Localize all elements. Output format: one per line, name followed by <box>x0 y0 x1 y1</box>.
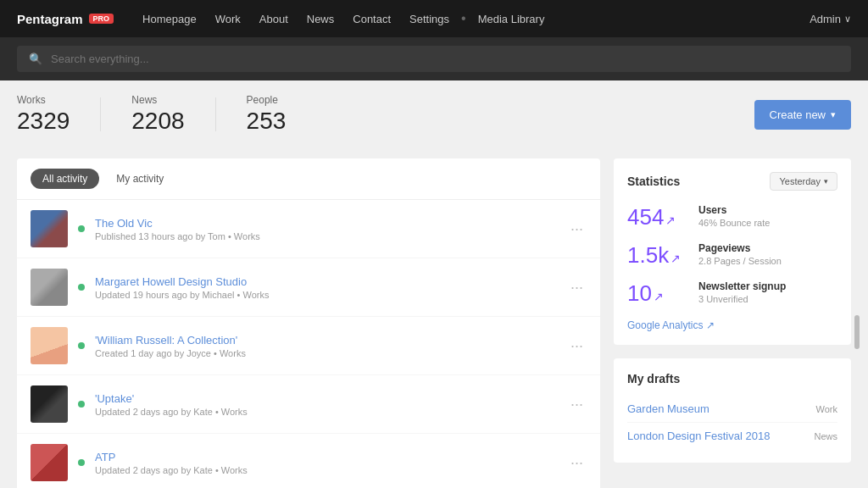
metric-pageviews-label: Pageviews <box>698 242 782 254</box>
search-icon: 🔍 <box>29 53 42 65</box>
activity-dot <box>78 342 85 349</box>
stats-area: Works 2329 News 2208 People 253 Create n… <box>0 80 868 145</box>
analytics-link[interactable]: Google Analytics ↗ <box>627 319 715 331</box>
activity-meta: Updated 19 hours ago by Michael • Works <box>95 290 557 300</box>
draft-name-2[interactable]: London Design Festival 2018 <box>627 430 770 442</box>
statistics-title: Statistics <box>627 175 680 188</box>
activity-info: 'Uptake' Updated 2 days ago by Kate • Wo… <box>95 392 557 417</box>
metric-pageviews-sub: 2.8 Pages / Session <box>698 256 782 266</box>
activity-thumb <box>31 269 68 306</box>
more-icon[interactable]: ··· <box>567 396 587 413</box>
metric-users-info: Users 46% Bounce rate <box>698 204 770 228</box>
activity-info: ATP Updated 2 days ago by Kate • Works <box>95 451 557 475</box>
nav-link-contact[interactable]: Contact <box>344 9 399 29</box>
activity-thumb <box>31 327 68 364</box>
stat-divider-2 <box>215 97 216 131</box>
stat-works-value: 2329 <box>17 108 70 135</box>
statistics-header: Statistics Yesterday ▾ <box>627 172 837 191</box>
more-icon[interactable]: ··· <box>567 337 587 355</box>
draft-name-1[interactable]: Garden Museum <box>627 402 709 415</box>
metric-newsletter-sub: 3 Unverified <box>698 294 786 304</box>
stat-people-label: People <box>247 94 287 106</box>
activity-item: 'Uptake' Updated 2 days ago by Kate • Wo… <box>17 375 600 434</box>
nav-links: Homepage Work About News Contact Setting… <box>134 9 810 29</box>
top-nav: Pentagram PRO Homepage Work About News C… <box>0 0 868 37</box>
drafts-card: My drafts Garden Museum Work London Desi… <box>614 358 851 463</box>
activity-list: The Old Vic Published 13 hours ago by To… <box>17 200 600 488</box>
stat-people-value: 253 <box>247 108 287 135</box>
metric-pageviews-value: 1.5k↗ <box>627 242 687 269</box>
draft-item-1: Garden Museum Work <box>627 396 837 423</box>
metric-newsletter-value: 10↗ <box>627 280 687 307</box>
statistics-card: Statistics Yesterday ▾ 454↗ Users 46% Bo… <box>614 158 851 345</box>
tab-my-activity[interactable]: My activity <box>104 169 175 189</box>
nav-link-media[interactable]: Media Library <box>470 9 554 29</box>
metric-newsletter: 10↗ Newsletter signup 3 Unverified <box>627 280 837 307</box>
activity-item: 'William Russell: A Collection' Created … <box>17 317 600 375</box>
nav-link-about[interactable]: About <box>251 9 297 29</box>
search-input-wrap[interactable]: 🔍 <box>17 46 851 72</box>
more-icon[interactable]: ··· <box>567 279 587 297</box>
activity-panel: All activity My activity The Old Vic Pub… <box>17 158 600 488</box>
activity-meta: Updated 2 days ago by Kate • Works <box>95 407 557 417</box>
metric-users-value: 454↗ <box>627 204 687 230</box>
more-icon[interactable]: ··· <box>567 220 587 238</box>
draft-type-1: Work <box>816 404 837 414</box>
activity-meta: Published 13 hours ago by Tom • Works <box>95 231 557 241</box>
activity-tabs: All activity My activity <box>17 158 600 200</box>
admin-menu[interactable]: Admin ∨ <box>810 13 851 25</box>
activity-item: Margaret Howell Design Studio Updated 19… <box>17 258 600 317</box>
activity-title[interactable]: The Old Vic <box>95 217 557 230</box>
stat-news-value: 2208 <box>131 108 184 135</box>
search-input[interactable] <box>51 53 839 65</box>
metric-pageviews: 1.5k↗ Pageviews 2.8 Pages / Session <box>627 242 837 269</box>
create-new-arrow: ▾ <box>831 109 836 120</box>
main-content: All activity My activity The Old Vic Pub… <box>0 145 868 488</box>
activity-dot <box>78 225 85 232</box>
stat-news-label: News <box>131 94 184 106</box>
metric-users-label: Users <box>698 204 770 216</box>
stat-divider-1 <box>100 97 101 131</box>
activity-title[interactable]: Margaret Howell Design Studio <box>95 275 557 288</box>
stat-people: People 253 <box>247 94 287 135</box>
nav-link-work[interactable]: Work <box>207 9 249 29</box>
draft-item-2: London Design Festival 2018 News <box>627 423 837 449</box>
drafts-title: My drafts <box>627 372 837 385</box>
search-bar: 🔍 <box>0 37 868 80</box>
activity-dot <box>78 401 85 408</box>
nav-logo[interactable]: Pentagram PRO <box>17 12 114 26</box>
activity-info: The Old Vic Published 13 hours ago by To… <box>95 217 557 241</box>
activity-dot <box>78 284 85 291</box>
activity-meta: Updated 2 days ago by Kate • Works <box>95 465 557 475</box>
activity-item: The Old Vic Published 13 hours ago by To… <box>17 200 600 258</box>
nav-link-news[interactable]: News <box>298 9 343 29</box>
activity-title[interactable]: ATP <box>95 451 557 463</box>
metric-users: 454↗ Users 46% Bounce rate <box>627 204 837 230</box>
metric-pageviews-info: Pageviews 2.8 Pages / Session <box>698 242 782 266</box>
logo-badge: PRO <box>89 14 114 24</box>
activity-item: ATP Updated 2 days ago by Kate • Works ·… <box>17 434 600 488</box>
more-icon[interactable]: ··· <box>567 454 587 472</box>
activity-title[interactable]: 'William Russell: A Collection' <box>95 334 557 347</box>
nav-link-settings[interactable]: Settings <box>401 9 458 29</box>
nav-dot: • <box>459 11 468 26</box>
period-arrow: ▾ <box>824 177 828 186</box>
activity-thumb <box>31 444 68 481</box>
tab-all-activity[interactable]: All activity <box>31 169 99 189</box>
stat-works-label: Works <box>17 94 70 106</box>
scrollbar-indicator[interactable] <box>854 315 860 349</box>
activity-meta: Created 1 day ago by Joyce • Works <box>95 348 557 358</box>
metric-newsletter-label: Newsletter signup <box>698 280 786 292</box>
period-button[interactable]: Yesterday ▾ <box>770 172 837 191</box>
activity-thumb <box>31 385 68 423</box>
stat-works: Works 2329 <box>17 94 100 135</box>
nav-link-homepage[interactable]: Homepage <box>134 9 205 29</box>
create-new-button[interactable]: Create new ▾ <box>754 100 851 130</box>
activity-thumb <box>31 210 68 247</box>
activity-title[interactable]: 'Uptake' <box>95 392 557 405</box>
activity-info: Margaret Howell Design Studio Updated 19… <box>95 275 557 300</box>
logo-text: Pentagram <box>17 12 83 26</box>
admin-arrow: ∨ <box>844 14 851 25</box>
activity-dot <box>78 459 85 466</box>
period-label: Yesterday <box>779 176 821 186</box>
